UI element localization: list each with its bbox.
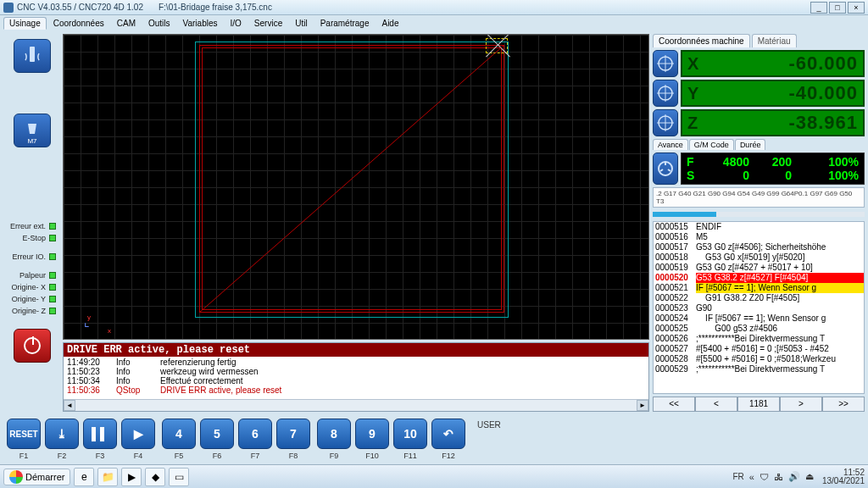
menu-service[interactable]: Service	[248, 17, 288, 30]
fkey-f9: 8F9	[317, 419, 351, 460]
menu-variables[interactable]: Variables	[177, 17, 224, 30]
taskbar-app1-icon[interactable]: ◆	[145, 468, 165, 486]
menu-aide[interactable]: Aide	[376, 17, 404, 30]
tab-gmcode[interactable]: G/M Code	[689, 139, 734, 150]
fkey-f10: 9F10	[355, 419, 389, 460]
log-scrollbar[interactable]: ◄►	[64, 399, 648, 411]
gcode-line[interactable]: 0000526;***********Bei Direktvermessung …	[654, 334, 864, 344]
dro-z[interactable]: Z-38.961	[681, 109, 865, 136]
taskbar-ie-icon[interactable]: e	[74, 468, 94, 486]
nav-prev-button[interactable]: <	[695, 396, 737, 412]
nav-next-button[interactable]: >	[780, 396, 822, 412]
fkey-button[interactable]: RESET	[7, 419, 41, 449]
status-origine-z: Origine- Z	[5, 307, 59, 315]
progress-bar	[653, 212, 865, 217]
gcode-line[interactable]: 0000519G53 G0 z[#4527 + #5017 + 10]	[654, 263, 864, 273]
tab-materiau[interactable]: Matériau	[752, 34, 797, 47]
menu-usinage[interactable]: Usinage	[3, 17, 47, 30]
gcode-line[interactable]: 0000525 G00 g53 z#4506	[654, 324, 864, 334]
tab-duree[interactable]: Durée	[735, 139, 766, 150]
gcode-line[interactable]: 0000527#[5400 + #5016] = 0 ;[#5053 - #45…	[654, 344, 864, 354]
fkey-caption: F7	[251, 452, 260, 460]
fkey-button[interactable]: ⤓	[45, 419, 79, 449]
fkey-button[interactable]: ↶	[431, 419, 465, 449]
fkey-button[interactable]: 5	[200, 419, 234, 449]
menu-outils[interactable]: Outils	[142, 17, 176, 30]
taskbar-explorer-icon[interactable]: 📁	[97, 468, 118, 486]
tab-coord-machine[interactable]: Coordonnées machine	[653, 34, 750, 47]
toolpath-diagonal	[199, 45, 504, 313]
tray-shield-icon[interactable]: 🛡	[760, 472, 769, 482]
fkey-f12: ↶F12	[431, 419, 465, 460]
nav-last-button[interactable]: >>	[822, 396, 865, 412]
taskbar-app2-icon[interactable]: ▭	[169, 468, 189, 486]
gcode-listing[interactable]: 0000515ENDIF0000516M50000517G53 G0 z[#45…	[653, 221, 865, 394]
zero-x-button[interactable]	[653, 50, 678, 77]
gcode-line[interactable]: 0000523G90	[654, 303, 864, 313]
dro-x[interactable]: X-60.000	[681, 50, 865, 77]
gcode-line[interactable]: 0000528#[5500 + #5016] = 0 ;#5018;Werkze…	[654, 354, 864, 364]
fkey-caption: F9	[330, 452, 339, 460]
zero-y-button[interactable]	[653, 80, 678, 107]
led-icon	[49, 235, 56, 241]
taskbar-clock[interactable]: 11:52 13/04/2021	[822, 469, 865, 485]
fkey-f2: ⤓F2	[45, 419, 79, 460]
window-close-button[interactable]: ×	[848, 2, 865, 14]
fkey-button[interactable]: ▶	[121, 419, 155, 449]
zero-z-button[interactable]	[653, 109, 678, 136]
fkey-button[interactable]: 6	[238, 419, 272, 449]
tab-avance[interactable]: Avance	[653, 139, 688, 150]
taskbar: Démarrer e 📁 ▶ ◆ ▭ FR « 🛡 🖧 🔊 ⏏ 11:52 13…	[0, 464, 868, 488]
nav-first-button[interactable]: <<	[653, 396, 695, 412]
window-minimize-button[interactable]: _	[810, 2, 827, 14]
fkey-button[interactable]: 10	[393, 419, 427, 449]
tray-usb-icon[interactable]: ⏏	[805, 471, 814, 482]
coolant-m7-button[interactable]: M7	[14, 114, 51, 147]
titlebar: CNC V4.03.55 / CNC720 4D 1.02 F:\01-Brid…	[0, 0, 868, 15]
toolpath-viewport[interactable]: ⌞xy	[63, 34, 649, 340]
taskbar-media-icon[interactable]: ▶	[121, 468, 142, 486]
lang-indicator[interactable]: FR	[732, 472, 743, 481]
gcode-line[interactable]: 0000529;***********Bei Direktvermessung …	[654, 364, 864, 374]
feed-override-button[interactable]	[653, 152, 678, 185]
fkey-button[interactable]: ▌▌	[83, 419, 117, 449]
gcode-line[interactable]: 0000518 G53 G0 x[#5019] y[#5020]	[654, 252, 864, 263]
fkey-caption: F3	[96, 452, 105, 460]
tray-chevron-icon[interactable]: «	[749, 472, 754, 482]
title-app: CNC V4.03.55 / CNC720 4D 1.02	[17, 3, 143, 12]
tray-volume-icon[interactable]: 🔊	[788, 471, 800, 482]
gcode-line[interactable]: 0000516M5	[654, 232, 864, 242]
fkey-button[interactable]: 8	[317, 419, 351, 449]
log-row-error: 11:50:36QStopDRIVE ERR active, please re…	[67, 385, 645, 395]
fkey-caption: F8	[289, 452, 298, 460]
error-banner: DRIVE ERR active, please reset	[64, 343, 648, 357]
gcode-line[interactable]: 0000515ENDIF	[654, 222, 864, 232]
fkey-user-label: USER	[477, 420, 501, 430]
menu-util[interactable]: Util	[289, 17, 313, 30]
gcode-line[interactable]: 0000521IF [#5067 == 1]; Wenn Sensor g	[654, 283, 864, 293]
menu-coordonnees[interactable]: Coordonnées	[47, 17, 110, 30]
fkey-button[interactable]: 7	[276, 419, 310, 449]
gcode-line[interactable]: 0000522 G91 G38.2 Z20 F[#4505]	[654, 293, 864, 303]
start-button[interactable]: Démarrer	[3, 469, 70, 485]
m7-label: M7	[14, 137, 50, 145]
menu-cam[interactable]: CAM	[111, 17, 142, 30]
menu-parametrage[interactable]: Paramétrage	[314, 17, 376, 30]
dro-y[interactable]: Y-40.000	[681, 80, 865, 107]
fkey-button[interactable]: 4	[162, 419, 196, 449]
power-stop-button[interactable]	[14, 329, 51, 363]
gcode-line[interactable]: 0000520G53 G38.2 z[#4527] F[#4504]	[654, 273, 864, 283]
window-maximize-button[interactable]: □	[829, 2, 846, 14]
tray-network-icon[interactable]: 🖧	[774, 472, 783, 482]
spindle-button[interactable]	[14, 39, 51, 73]
nav-position[interactable]: 1181	[737, 396, 780, 412]
scroll-right-button[interactable]: ►	[637, 400, 648, 411]
modal-gcodes: .2 G17 G40 G21 G90 G94 G54 G49 G99 G64P0…	[653, 187, 865, 208]
scroll-left-button[interactable]: ◄	[64, 400, 75, 411]
sidebar-left: M7 Erreur ext. E-Stop Erreur IO. Palpeur…	[3, 34, 59, 412]
fkey-button[interactable]: 9	[355, 419, 389, 449]
fkey-f6: 5F6	[200, 419, 234, 460]
menu-io[interactable]: I/O	[225, 17, 248, 30]
gcode-line[interactable]: 0000524 IF [#5067 == 1]; Wenn Sensor g	[654, 313, 864, 324]
gcode-line[interactable]: 0000517G53 G0 z[#4506]; Sicherheitshöhe	[654, 242, 864, 252]
